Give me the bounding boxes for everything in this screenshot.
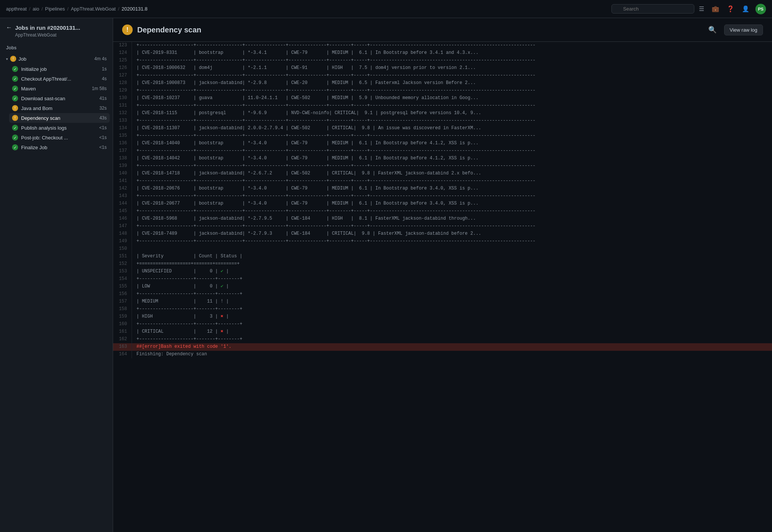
- log-line: 164Finishing: Dependency scan: [113, 351, 772, 358]
- sidebar-item-download-sast-scan[interactable]: ✓ Download sast-scan 41s: [9, 93, 110, 103]
- line-content: | CVE-2018-20676 | bootstrap | *-3.4.0 |…: [132, 185, 483, 193]
- log-line: 145+--------------------+---------------…: [113, 208, 772, 215]
- briefcase-icon[interactable]: 💼: [710, 4, 721, 14]
- breadcrumb-run-id: 20200131.8: [122, 6, 148, 12]
- job-item-time: <1s: [99, 135, 107, 140]
- line-content: | CRITICAL | 12 | ✖ |: [132, 328, 233, 336]
- line-number: 146: [113, 215, 132, 223]
- sidebar-item-publish-analysis-logs[interactable]: ✓ Publish analysis logs <1s: [9, 123, 110, 133]
- user-icon[interactable]: 👤: [740, 4, 751, 14]
- breadcrumb-pipelines[interactable]: Pipelines: [45, 6, 65, 12]
- line-number: 127: [113, 72, 132, 79]
- line-number: 145: [113, 208, 132, 215]
- log-line: 125+--------------------+---------------…: [113, 57, 772, 64]
- log-line: 124| CVE-2019-8331 | bootstrap | *-3.4.1…: [113, 49, 772, 57]
- list-icon[interactable]: ☰: [697, 4, 706, 14]
- chevron-down-icon: ▾: [6, 57, 8, 61]
- line-content: +--------------------+-----------------+…: [132, 117, 540, 125]
- line-number: 155: [113, 283, 132, 290]
- breadcrumb-aio[interactable]: aio: [33, 6, 39, 12]
- line-number: 130: [113, 95, 132, 102]
- log-line: 129+--------------------+---------------…: [113, 87, 772, 95]
- log-search-button[interactable]: 🔍: [705, 24, 720, 35]
- log-line: 151| Severity | Count | Status |: [113, 253, 772, 260]
- job-item-label: Maven: [21, 86, 89, 92]
- line-content: | CVE-2018-5968 | jackson-databind| *-2.…: [132, 215, 480, 223]
- log-line: 160+--------------------+-------+-------…: [113, 321, 772, 328]
- line-content: ##[error]Bash exited with code '1'.: [132, 343, 236, 351]
- line-number: 133: [113, 117, 132, 125]
- log-line: 158+--------------------+-------+-------…: [113, 306, 772, 313]
- view-raw-log-button[interactable]: View raw log: [724, 24, 763, 35]
- log-line: 136| CVE-2018-14040 | bootstrap | *-3.4.…: [113, 140, 772, 147]
- sidebar-back-button[interactable]: ← Jobs in run #20200131...: [6, 24, 107, 31]
- line-content: +--------------------+-------+--------+: [132, 306, 247, 313]
- job-item-status-icon: ✓: [12, 66, 18, 72]
- breadcrumb-appthreab-webgoat[interactable]: AppThreat.WebGoat: [71, 6, 116, 12]
- log-line: 153| UNSPECIFIED | 0 | ✔ |: [113, 268, 772, 275]
- log-line: 135+--------------------+---------------…: [113, 132, 772, 140]
- breadcrumb-sep-1: /: [29, 6, 31, 12]
- line-content: | HIGH | 3 | ✖ |: [132, 313, 233, 321]
- line-number: 132: [113, 110, 132, 117]
- line-number: 136: [113, 140, 132, 147]
- log-line: 144| CVE-2018-20677 | bootstrap | *-3.4.…: [113, 200, 772, 208]
- line-content: | CVE-2018-1000632 | dom4j | *-2.1.1 | C…: [132, 64, 480, 72]
- line-content: | CVE-2018-7489 | jackson-databind| *-2.…: [132, 230, 486, 238]
- log-line: 142| CVE-2018-20676 | bootstrap | *-3.4.…: [113, 185, 772, 193]
- check-icon: ✔: [221, 269, 223, 274]
- job-item-status-icon: ✓: [12, 144, 18, 150]
- line-content: +--------------------+-------+--------+: [132, 336, 247, 343]
- log-line: 131+--------------------+---------------…: [113, 102, 772, 110]
- breadcrumb: appthreat / aio / Pipelines / AppThreat.…: [6, 6, 608, 12]
- line-content: +--------------------+-------+--------+: [132, 290, 247, 298]
- line-number: 129: [113, 87, 132, 95]
- job-item-time: <1s: [99, 145, 107, 150]
- sidebar-item-initialize-job[interactable]: ✓ Initialize job 1s: [9, 64, 110, 74]
- log-line: 157| MEDIUM | 11 | ! |: [113, 298, 772, 306]
- sidebar-job-group-header[interactable]: ▾ ! Job 4m 4s: [3, 54, 110, 64]
- sidebar-item-dependency-scan[interactable]: ! Dependency scan 43s: [9, 113, 110, 123]
- sidebar-item-java-and-bom[interactable]: ! Java and Bom 32s: [9, 103, 110, 113]
- job-item-time: 41s: [100, 96, 107, 101]
- line-content: | CVE-2018-1000873 | jackson-databind| *…: [132, 79, 480, 87]
- job-item-time: 1m 58s: [92, 86, 107, 91]
- line-number: 142: [113, 185, 132, 193]
- job-item-status-icon: ✓: [12, 76, 18, 82]
- line-content: | CVE-2018-14040 | bootstrap | *-3.4.0 |…: [132, 140, 483, 147]
- line-number: 141: [113, 177, 132, 185]
- line-content: +--------------------+-----------------+…: [132, 57, 540, 64]
- content-header: ! Dependency scan 🔍 View raw log: [113, 18, 772, 42]
- job-group-label: Job: [18, 56, 92, 62]
- line-number: 149: [113, 238, 132, 245]
- search-input[interactable]: [611, 4, 694, 14]
- line-content: | UNSPECIFIED | 0 | ✔ |: [132, 268, 233, 275]
- line-content: +--------------------+-----------------+…: [132, 193, 540, 200]
- job-item-label: Post-job: Checkout ...: [21, 135, 96, 141]
- job-item-label: Download sast-scan: [21, 96, 96, 101]
- line-number: 140: [113, 170, 132, 177]
- log-line: 140| CVE-2018-14718 | jackson-databind| …: [113, 170, 772, 177]
- sidebar-item-checkout-appthreat[interactable]: ✓ Checkout AppThreat/... 4s: [9, 74, 110, 84]
- check-icon: ✔: [221, 284, 223, 289]
- sidebar-subtitle: AppThreat.WebGoat: [6, 32, 107, 38]
- log-line: 138| CVE-2018-14042 | bootstrap | *-3.4.…: [113, 155, 772, 162]
- sidebar-item-maven[interactable]: ✓ Maven 1m 58s: [9, 84, 110, 93]
- job-item-label: Dependency scan: [21, 115, 96, 121]
- log-line: 132| CVE-2018-1115 | postgresql | *-9.6.…: [113, 110, 772, 117]
- sidebar-item-finalize-job[interactable]: ✓ Finalize Job <1s: [9, 142, 110, 152]
- log-content[interactable]: 123+--------------------+---------------…: [113, 42, 772, 532]
- job-item-label: Publish analysis logs: [21, 125, 96, 131]
- line-content: +--------------------+-------+--------+: [132, 321, 247, 328]
- help-icon[interactable]: ❓: [725, 4, 736, 14]
- avatar[interactable]: PS: [755, 4, 766, 14]
- line-number: 128: [113, 79, 132, 87]
- line-content: Finishing: Dependency scan: [132, 351, 211, 358]
- line-number: 125: [113, 57, 132, 64]
- sidebar-job-group: ▾ ! Job 4m 4s ✓ Initialize job 1s ✓ Chec…: [0, 54, 113, 152]
- job-item-status-icon: ✓: [12, 86, 18, 92]
- breadcrumb-appthreat[interactable]: appthreat: [6, 6, 27, 12]
- page-title: Dependency scan: [137, 26, 701, 34]
- line-number: 139: [113, 162, 132, 170]
- sidebar-item-post-job-checkout[interactable]: ✓ Post-job: Checkout ... <1s: [9, 133, 110, 142]
